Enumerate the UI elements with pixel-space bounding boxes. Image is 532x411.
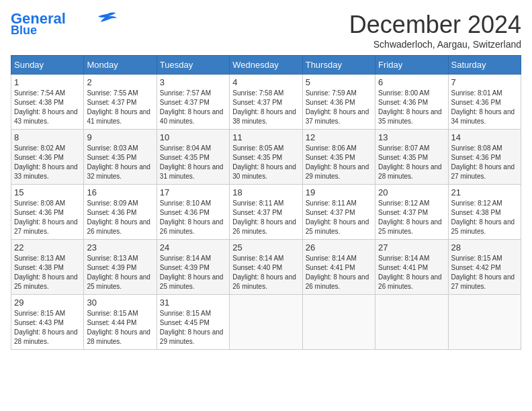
location: Schwaderloch, Aargau, Switzerland	[349, 39, 521, 50]
day-info: Sunrise: 7:54 AMSunset: 4:38 PMDaylight:…	[14, 89, 81, 126]
calendar-table: SundayMondayTuesdayWednesdayThursdayFrid…	[11, 55, 521, 350]
day-number: 24	[160, 242, 226, 253]
day-info: Sunrise: 8:10 AMSunset: 4:36 PMDaylight:…	[160, 199, 226, 236]
day-number: 5	[306, 77, 372, 87]
day-info: Sunrise: 8:05 AMSunset: 4:35 PMDaylight:…	[232, 144, 299, 181]
logo-bird-icon	[98, 11, 117, 24]
day-number: 29	[14, 298, 81, 308]
calendar-cell	[375, 295, 448, 350]
calendar-header-row: SundayMondayTuesdayWednesdayThursdayFrid…	[11, 56, 521, 75]
calendar-cell: 3 Sunrise: 7:57 AMSunset: 4:37 PMDayligh…	[157, 75, 229, 130]
weekday-header-friday: Friday	[375, 56, 448, 75]
day-info: Sunrise: 7:58 AMSunset: 4:37 PMDaylight:…	[232, 89, 299, 126]
day-number: 14	[451, 132, 518, 142]
calendar-cell: 11 Sunrise: 8:05 AMSunset: 4:35 PMDaylig…	[230, 130, 302, 185]
day-number: 21	[451, 187, 518, 197]
day-number: 12	[306, 132, 372, 142]
day-info: Sunrise: 8:13 AMSunset: 4:38 PMDaylight:…	[14, 254, 81, 291]
calendar-cell: 22 Sunrise: 8:13 AMSunset: 4:38 PMDaylig…	[11, 240, 84, 295]
title-area: December 2024 Schwaderloch, Aargau, Swit…	[349, 11, 521, 50]
day-number: 1	[14, 77, 81, 87]
calendar-cell: 1 Sunrise: 7:54 AMSunset: 4:38 PMDayligh…	[11, 75, 84, 130]
day-number: 3	[160, 77, 226, 87]
day-info: Sunrise: 8:07 AMSunset: 4:35 PMDaylight:…	[378, 144, 445, 181]
calendar-cell	[302, 295, 375, 350]
calendar-week-1: 1 Sunrise: 7:54 AMSunset: 4:38 PMDayligh…	[11, 75, 521, 130]
calendar-cell: 29 Sunrise: 8:15 AMSunset: 4:43 PMDaylig…	[11, 295, 84, 350]
day-number: 7	[451, 77, 518, 87]
day-info: Sunrise: 8:15 AMSunset: 4:42 PMDaylight:…	[451, 254, 518, 291]
day-number: 20	[378, 187, 445, 197]
day-info: Sunrise: 7:57 AMSunset: 4:37 PMDaylight:…	[160, 89, 226, 126]
calendar-cell: 26 Sunrise: 8:14 AMSunset: 4:41 PMDaylig…	[302, 240, 375, 295]
day-info: Sunrise: 8:15 AMSunset: 4:43 PMDaylight:…	[14, 309, 81, 347]
month-title: December 2024	[349, 11, 521, 39]
calendar-cell: 12 Sunrise: 8:06 AMSunset: 4:35 PMDaylig…	[302, 130, 375, 185]
calendar-cell: 20 Sunrise: 8:12 AMSunset: 4:37 PMDaylig…	[375, 185, 448, 240]
day-info: Sunrise: 8:12 AMSunset: 4:37 PMDaylight:…	[378, 199, 445, 236]
calendar-cell: 18 Sunrise: 8:11 AMSunset: 4:37 PMDaylig…	[230, 185, 302, 240]
weekday-header-wednesday: Wednesday	[230, 56, 302, 75]
calendar-cell: 24 Sunrise: 8:14 AMSunset: 4:39 PMDaylig…	[157, 240, 229, 295]
calendar-cell: 28 Sunrise: 8:15 AMSunset: 4:42 PMDaylig…	[448, 240, 521, 295]
day-info: Sunrise: 8:14 AMSunset: 4:39 PMDaylight:…	[160, 254, 226, 291]
day-info: Sunrise: 8:15 AMSunset: 4:45 PMDaylight:…	[160, 309, 226, 347]
day-number: 6	[378, 77, 445, 87]
calendar-cell: 30 Sunrise: 8:15 AMSunset: 4:44 PMDaylig…	[84, 295, 157, 350]
day-number: 23	[87, 242, 153, 253]
calendar-week-4: 22 Sunrise: 8:13 AMSunset: 4:38 PMDaylig…	[11, 240, 521, 295]
day-number: 10	[160, 132, 226, 142]
day-info: Sunrise: 8:08 AMSunset: 4:36 PMDaylight:…	[14, 199, 81, 236]
calendar-cell: 2 Sunrise: 7:55 AMSunset: 4:37 PMDayligh…	[84, 75, 157, 130]
calendar-body: 1 Sunrise: 7:54 AMSunset: 4:38 PMDayligh…	[11, 75, 521, 350]
day-number: 8	[14, 132, 81, 142]
day-number: 2	[87, 77, 153, 87]
day-number: 9	[87, 132, 153, 142]
calendar-cell: 14 Sunrise: 8:08 AMSunset: 4:36 PMDaylig…	[448, 130, 521, 185]
day-info: Sunrise: 8:09 AMSunset: 4:36 PMDaylight:…	[87, 199, 153, 236]
day-info: Sunrise: 8:03 AMSunset: 4:35 PMDaylight:…	[87, 144, 153, 181]
day-info: Sunrise: 7:55 AMSunset: 4:37 PMDaylight:…	[87, 89, 153, 126]
calendar-cell: 23 Sunrise: 8:13 AMSunset: 4:39 PMDaylig…	[84, 240, 157, 295]
day-info: Sunrise: 8:14 AMSunset: 4:41 PMDaylight:…	[378, 254, 445, 291]
calendar-week-5: 29 Sunrise: 8:15 AMSunset: 4:43 PMDaylig…	[11, 295, 521, 350]
day-info: Sunrise: 8:15 AMSunset: 4:44 PMDaylight:…	[87, 309, 153, 347]
day-info: Sunrise: 8:11 AMSunset: 4:37 PMDaylight:…	[306, 199, 372, 236]
day-number: 13	[378, 132, 445, 142]
day-info: Sunrise: 8:06 AMSunset: 4:35 PMDaylight:…	[306, 144, 372, 181]
calendar-cell: 27 Sunrise: 8:14 AMSunset: 4:41 PMDaylig…	[375, 240, 448, 295]
day-number: 17	[160, 187, 226, 197]
day-number: 30	[87, 298, 153, 308]
calendar-cell: 19 Sunrise: 8:11 AMSunset: 4:37 PMDaylig…	[302, 185, 375, 240]
calendar-cell: 21 Sunrise: 8:12 AMSunset: 4:38 PMDaylig…	[448, 185, 521, 240]
weekday-header-sunday: Sunday	[11, 56, 84, 75]
calendar-cell: 8 Sunrise: 8:02 AMSunset: 4:36 PMDayligh…	[11, 130, 84, 185]
day-info: Sunrise: 8:00 AMSunset: 4:36 PMDaylight:…	[378, 89, 445, 126]
calendar-cell: 25 Sunrise: 8:14 AMSunset: 4:40 PMDaylig…	[230, 240, 302, 295]
calendar-cell	[448, 295, 521, 350]
weekday-header-monday: Monday	[84, 56, 157, 75]
day-number: 22	[14, 242, 81, 253]
calendar-cell: 31 Sunrise: 8:15 AMSunset: 4:45 PMDaylig…	[157, 295, 229, 350]
calendar-cell: 5 Sunrise: 7:59 AMSunset: 4:36 PMDayligh…	[302, 75, 375, 130]
weekday-header-saturday: Saturday	[448, 56, 521, 75]
calendar-week-3: 15 Sunrise: 8:08 AMSunset: 4:36 PMDaylig…	[11, 185, 521, 240]
day-info: Sunrise: 8:01 AMSunset: 4:36 PMDaylight:…	[451, 89, 518, 126]
calendar-cell: 6 Sunrise: 8:00 AMSunset: 4:36 PMDayligh…	[375, 75, 448, 130]
calendar-cell: 7 Sunrise: 8:01 AMSunset: 4:36 PMDayligh…	[448, 75, 521, 130]
day-number: 19	[306, 187, 372, 197]
day-number: 18	[232, 187, 299, 197]
day-number: 16	[87, 187, 153, 197]
day-info: Sunrise: 7:59 AMSunset: 4:36 PMDaylight:…	[306, 89, 372, 126]
logo: General Blue	[11, 11, 117, 38]
calendar-cell: 15 Sunrise: 8:08 AMSunset: 4:36 PMDaylig…	[11, 185, 84, 240]
day-info: Sunrise: 8:11 AMSunset: 4:37 PMDaylight:…	[232, 199, 299, 236]
day-info: Sunrise: 8:02 AMSunset: 4:36 PMDaylight:…	[14, 144, 81, 181]
calendar-cell: 17 Sunrise: 8:10 AMSunset: 4:36 PMDaylig…	[157, 185, 229, 240]
day-number: 28	[451, 242, 518, 253]
day-number: 11	[232, 132, 299, 142]
day-info: Sunrise: 8:14 AMSunset: 4:41 PMDaylight:…	[306, 254, 372, 291]
calendar-cell: 9 Sunrise: 8:03 AMSunset: 4:35 PMDayligh…	[84, 130, 157, 185]
day-number: 27	[378, 242, 445, 253]
day-info: Sunrise: 8:13 AMSunset: 4:39 PMDaylight:…	[87, 254, 153, 291]
